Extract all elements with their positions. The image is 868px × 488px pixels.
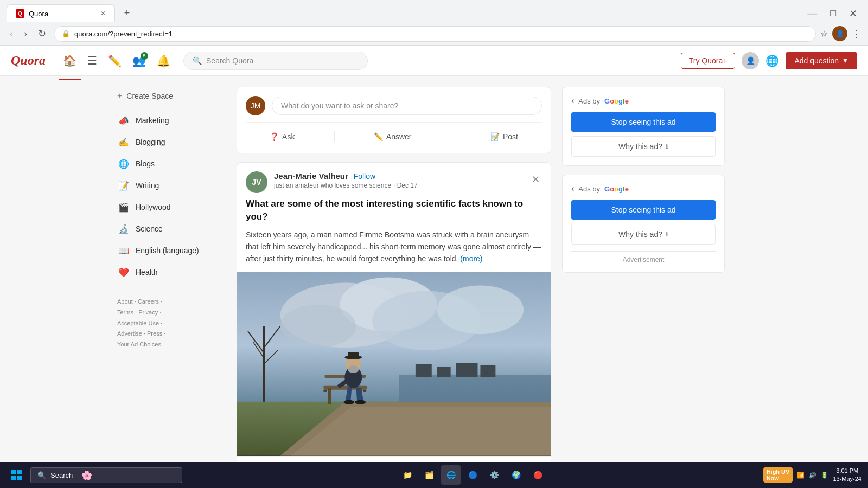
lock-icon: 🔒 bbox=[62, 30, 70, 37]
footer-line1: About · Careers · bbox=[117, 297, 226, 307]
user-avatar[interactable]: 👤 bbox=[742, 52, 759, 69]
quora-logo[interactable]: Quora bbox=[11, 53, 46, 68]
sidebar-item-hollywood[interactable]: 🎬 Hollywood bbox=[117, 196, 226, 218]
create-space-button[interactable]: + Create Space bbox=[117, 87, 226, 105]
close-button[interactable]: ✕ bbox=[845, 5, 861, 22]
spaces-badge: 5 bbox=[141, 52, 148, 60]
tab-close-button[interactable]: ✕ bbox=[100, 10, 106, 17]
sidebar-item-writing[interactable]: 📝 Writing bbox=[117, 175, 226, 196]
sidebar-item-blogs[interactable]: 🌐 Blogs bbox=[117, 153, 226, 175]
header-right: Try Quora+ 👤 🌐 Add question ▼ bbox=[681, 52, 857, 69]
taskbar-app-files[interactable]: 📁 bbox=[398, 465, 417, 485]
sidebar-item-health[interactable]: ❤️ Health bbox=[117, 261, 226, 283]
sidebar-item-english[interactable]: 📖 English (language) bbox=[117, 240, 226, 261]
stop-ad-button-2[interactable]: Stop seeing this ad bbox=[571, 200, 716, 220]
taskbar-app-edge[interactable]: 🔵 bbox=[463, 465, 482, 485]
browser-more-button[interactable]: ⋮ bbox=[852, 28, 861, 40]
answer-nav-button[interactable]: ✏️ bbox=[104, 50, 126, 72]
start-button[interactable] bbox=[7, 465, 26, 485]
acceptable-use-link[interactable]: Acceptable Use bbox=[117, 320, 159, 326]
more-link[interactable]: (more) bbox=[460, 254, 482, 263]
svg-point-5 bbox=[280, 304, 356, 348]
search-bar[interactable]: 🔍 Search Quora bbox=[183, 52, 368, 70]
new-tab-button[interactable]: + bbox=[119, 6, 135, 21]
answer-button[interactable]: ✏️ Answer bbox=[365, 129, 420, 144]
ask-input-row: JM What do you want to ask or share? bbox=[246, 96, 542, 115]
svg-rect-7 bbox=[399, 375, 551, 402]
system-tray: High UV Now 📶 🔊 🔋 3:01 PM 13-May-24 bbox=[763, 467, 861, 484]
svg-rect-19 bbox=[328, 388, 331, 404]
google-logo-2: Google bbox=[604, 185, 629, 193]
svg-rect-11 bbox=[480, 365, 495, 377]
taskbar-app-chrome[interactable]: 🌐 bbox=[441, 465, 461, 485]
svg-point-4 bbox=[437, 285, 524, 334]
maximize-button[interactable]: □ bbox=[826, 5, 840, 21]
stop-ad-button-1[interactable]: Stop seeing this ad bbox=[571, 112, 716, 132]
follow-button[interactable]: Follow bbox=[354, 172, 375, 181]
ask-avatar: JM bbox=[246, 96, 265, 115]
browser-tab[interactable]: Q Quora ✕ bbox=[7, 4, 115, 22]
press-link[interactable]: Press bbox=[147, 330, 162, 337]
taskbar-app-chrome2[interactable]: 🌍 bbox=[506, 465, 526, 485]
why-ad-label-1: Why this ad? bbox=[618, 142, 662, 151]
marketing-icon: 📣 bbox=[117, 114, 130, 127]
sidebar-item-science[interactable]: 🔬 Science bbox=[117, 218, 226, 240]
taskbar-app-explorer[interactable]: 🗂️ bbox=[419, 465, 439, 485]
privacy-link[interactable]: Privacy bbox=[138, 309, 158, 316]
feed-nav-button[interactable]: ☰ bbox=[83, 50, 101, 72]
blogging-icon: ✍️ bbox=[117, 136, 130, 149]
notifications-nav-button[interactable]: 🔔 bbox=[152, 50, 175, 72]
taskbar-search-decoration: 🌸 bbox=[81, 470, 92, 480]
sidebar-item-marketing[interactable]: 📣 Marketing bbox=[117, 110, 226, 131]
taskbar-app-settings[interactable]: ⚙️ bbox=[484, 465, 504, 485]
bookmark-button[interactable]: ☆ bbox=[820, 29, 828, 39]
ask-input-field[interactable]: What do you want to ask or share? bbox=[272, 97, 542, 115]
close-post-button[interactable]: ✕ bbox=[529, 171, 542, 188]
try-quora-button[interactable]: Try Quora+ bbox=[681, 53, 736, 69]
svg-point-28 bbox=[343, 400, 354, 404]
ads-by-label-2: Ads by bbox=[578, 185, 600, 193]
careers-link[interactable]: Careers bbox=[138, 298, 159, 305]
search-placeholder: Search Quora bbox=[206, 56, 253, 65]
writing-icon: 📝 bbox=[117, 179, 130, 192]
taskbar-search[interactable]: 🔍 Search 🌸 bbox=[30, 467, 182, 483]
refresh-button[interactable]: ↻ bbox=[35, 25, 49, 42]
author-name[interactable]: Jean-Marie Valheur bbox=[274, 171, 348, 181]
ad-back-button-1[interactable]: ‹ bbox=[571, 96, 574, 106]
spaces-nav-button[interactable]: 👥5 bbox=[128, 50, 150, 72]
minimize-button[interactable]: — bbox=[803, 5, 821, 21]
advertise-link[interactable]: Advertise bbox=[117, 330, 142, 337]
language-button[interactable]: 🌐 bbox=[765, 54, 779, 67]
nav-icons: 🏠 ☰ ✏️ 👥5 🔔 bbox=[59, 50, 175, 72]
volume-icon: 🔊 bbox=[809, 472, 816, 479]
system-time[interactable]: 3:01 PM 13-May-24 bbox=[833, 467, 861, 484]
info-icon-2: ℹ bbox=[666, 230, 668, 238]
author-info: Jean-Marie Valheur Follow just an amateu… bbox=[274, 171, 523, 189]
sidebar-item-blogging[interactable]: ✍️ Blogging bbox=[117, 131, 226, 153]
post-card: JV Jean-Marie Valheur Follow just an ama… bbox=[237, 162, 551, 486]
taskbar-app-chrome3[interactable]: 🔴 bbox=[528, 465, 547, 485]
action-divider bbox=[334, 131, 335, 142]
sidebar-item-label: English (language) bbox=[136, 246, 199, 255]
science-icon: 🔬 bbox=[117, 222, 130, 235]
home-nav-button[interactable]: 🏠 bbox=[59, 50, 81, 72]
taskbar-apps: 📁 🗂️ 🌐 🔵 ⚙️ 🌍 🔴 bbox=[398, 465, 547, 485]
add-question-label: Add question bbox=[794, 56, 839, 65]
ad-back-button-2[interactable]: ‹ bbox=[571, 184, 574, 194]
about-link[interactable]: About bbox=[117, 298, 133, 305]
post-button[interactable]: 📝 Post bbox=[482, 129, 527, 144]
back-button[interactable]: ‹ bbox=[7, 26, 16, 42]
terms-link[interactable]: Terms bbox=[117, 309, 133, 316]
add-question-button[interactable]: Add question ▼ bbox=[786, 52, 857, 69]
post-question[interactable]: What are some of the most interesting sc… bbox=[246, 197, 542, 223]
ad-choices-link[interactable]: Your Ad Choices bbox=[117, 341, 161, 348]
post-date: · Dec 17 bbox=[393, 182, 418, 189]
forward-button[interactable]: › bbox=[21, 26, 30, 42]
address-bar[interactable]: 🔒 quora.com/?prevent_redirect=1 bbox=[54, 26, 816, 42]
why-ad-button-1[interactable]: Why this ad? ℹ bbox=[571, 136, 716, 157]
why-ad-button-2[interactable]: Why this ad? ℹ bbox=[571, 224, 716, 245]
profile-avatar[interactable]: 👤 bbox=[832, 26, 847, 41]
post-header: JV Jean-Marie Valheur Follow just an ama… bbox=[237, 163, 551, 197]
ad-label: Advertisement bbox=[571, 251, 716, 264]
ask-button[interactable]: ❓ Ask bbox=[261, 129, 303, 144]
